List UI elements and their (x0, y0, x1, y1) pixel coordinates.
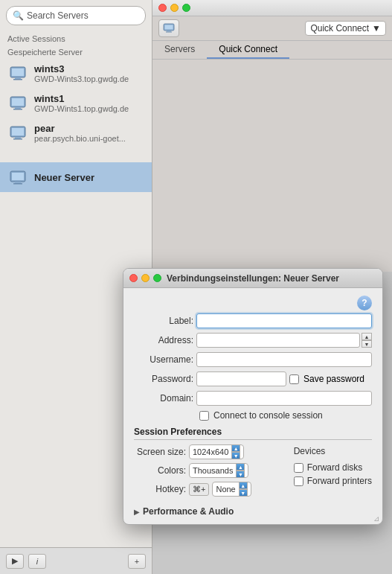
svg-rect-17 (165, 25, 173, 30)
server-item-wints3[interactable]: wints3 GWD-Wints3.top.gwdg.de (0, 58, 152, 88)
hotkey-stepper-down[interactable]: ▼ (239, 489, 248, 497)
address-stepper-up[interactable]: ▲ (362, 333, 372, 340)
svg-rect-2 (15, 77, 21, 79)
screen-size-row: Screen size: 1024x640 ▲ ▼ (134, 444, 288, 459)
toolbar-area: Quick Connect ▼ (152, 16, 392, 41)
save-password-checkbox[interactable] (289, 374, 299, 384)
play-button[interactable]: ▶ (6, 554, 24, 569)
screen-size-stepper[interactable]: ▲ ▼ (231, 444, 240, 459)
save-password-text: Save password (303, 374, 364, 384)
screen-size-stepper-down[interactable]: ▼ (231, 452, 240, 459)
console-session-row: Connect to console session (199, 410, 372, 421)
svg-rect-10 (15, 137, 21, 138)
console-session-checkbox[interactable] (199, 411, 209, 421)
username-field-label: Username: (134, 354, 193, 365)
connection-settings-dialog: Verbindungseinstellungen: Neuer Server ?… (123, 268, 383, 525)
address-stepper[interactable]: ▲ ▼ (362, 333, 372, 348)
domain-input[interactable] (196, 391, 372, 406)
hotkey-group: ⌘+ None ▲ ▼ (189, 482, 251, 497)
dialog-resize-handle[interactable]: ⊿ (373, 514, 379, 523)
screen-size-stepper-up[interactable]: ▲ (231, 444, 240, 452)
server-info-wints3: wints3 GWD-Wints3.top.gwdg.de (34, 63, 129, 83)
maximize-traffic-light[interactable] (182, 4, 190, 12)
forward-disks-row: Forward disks (294, 462, 372, 473)
dialog-minimize-button[interactable] (141, 274, 150, 282)
saved-servers-label: Gespeicherte Server (0, 45, 152, 58)
username-input[interactable] (196, 352, 372, 367)
main-traffic-lights (158, 4, 190, 12)
colors-value: Thousands (193, 466, 233, 475)
username-row: Username: (134, 352, 372, 367)
forward-disks-label: Forward disks (307, 462, 363, 473)
password-field-label: Password: (134, 374, 193, 384)
address-stepper-down[interactable]: ▼ (362, 340, 372, 348)
server-icon-wints1 (7, 92, 28, 113)
main-area: Quick Connect ▼ Servers Quick Connect (152, 0, 392, 272)
tab-quick-connect[interactable]: Quick Connect (207, 41, 289, 59)
colors-stepper-down[interactable]: ▼ (236, 471, 245, 478)
hotkey-dropdown[interactable]: None ▲ ▼ (212, 482, 251, 497)
forward-printers-row: Forward printers (294, 476, 372, 486)
server-name-pear: pear (34, 123, 126, 134)
screen-size-label: Screen size: (134, 447, 186, 457)
hotkey-stepper[interactable]: ▲ ▼ (239, 482, 248, 497)
quick-connect-dropdown[interactable]: Quick Connect ▼ (305, 21, 386, 36)
colors-dropdown[interactable]: Thousands ▲ ▼ (189, 463, 248, 478)
server-name-neuer: Neuer Server (34, 172, 94, 183)
prefs-row: Screen size: 1024x640 ▲ ▼ Colors: Thousa… (134, 444, 372, 500)
devices-title: Devices (294, 446, 372, 456)
server-name-wints3: wints3 (34, 63, 129, 74)
password-input[interactable] (196, 371, 286, 386)
toolbar-servers-icon[interactable] (158, 19, 179, 37)
server-name-wints1: wints1 (34, 93, 129, 104)
hotkey-none-value: None (216, 485, 235, 494)
dialog-maximize-button[interactable] (153, 274, 161, 282)
quick-connect-label: Quick Connect (310, 23, 369, 34)
dropdown-arrow-icon: ▼ (372, 23, 381, 34)
colors-stepper[interactable]: ▲ ▼ (236, 463, 245, 478)
dialog-title: Verbindungseinstellungen: Neuer Server (167, 273, 339, 284)
colors-label: Colors: (134, 465, 186, 476)
svg-rect-6 (15, 107, 21, 109)
svg-rect-1 (12, 68, 24, 76)
server-info-wints1: wints1 GWD-Wints1.top.gwdg.de (34, 93, 129, 113)
screen-size-dropdown[interactable]: 1024x640 ▲ ▼ (189, 444, 244, 459)
label-field-label: Label: (134, 316, 193, 326)
save-password-label: Save password (289, 374, 372, 384)
hotkey-row: Hotkey: ⌘+ None ▲ ▼ (134, 482, 288, 497)
server-addr-pear: pear.psych.bio.uni-goet... (34, 134, 126, 143)
screen-size-value: 1024x640 (193, 447, 228, 456)
forward-disks-checkbox[interactable] (294, 463, 303, 473)
info-button[interactable]: i (28, 554, 46, 569)
tab-servers[interactable]: Servers (152, 41, 207, 59)
server-item-pear[interactable]: pear pear.psych.bio.uni-goet... (0, 118, 152, 147)
performance-expand-icon: ▶ (134, 508, 140, 516)
server-item-neuer[interactable]: Neuer Server (0, 162, 152, 192)
minimize-traffic-light[interactable] (170, 4, 179, 12)
help-button[interactable]: ? (357, 296, 372, 310)
svg-rect-7 (13, 109, 22, 110)
hotkey-cmd-text: ⌘+ (189, 483, 209, 496)
svg-rect-13 (12, 173, 24, 180)
label-input[interactable] (196, 313, 372, 328)
dialog-close-button[interactable] (129, 274, 138, 282)
svg-rect-9 (12, 128, 24, 135)
hotkey-stepper-up[interactable]: ▲ (239, 482, 248, 489)
colors-stepper-up[interactable]: ▲ (236, 463, 245, 471)
dialog-traffic-lights (129, 274, 161, 282)
performance-row[interactable]: ▶ Performance & Audio (134, 506, 372, 517)
dialog-titlebar: Verbindungseinstellungen: Neuer Server (123, 269, 382, 288)
add-server-button[interactable]: + (128, 554, 146, 569)
svg-rect-5 (12, 98, 24, 106)
server-item-wints1[interactable]: wints1 GWD-Wints1.top.gwdg.de (0, 88, 152, 118)
forward-printers-checkbox[interactable] (294, 476, 303, 486)
search-bar[interactable]: 🔍 Search Servers (6, 6, 146, 25)
server-addr-wints1: GWD-Wints1.top.gwdg.de (34, 104, 129, 113)
performance-label: Performance & Audio (143, 506, 234, 517)
address-input[interactable] (196, 333, 360, 348)
search-icon: 🔍 (13, 10, 24, 21)
svg-rect-14 (15, 182, 21, 183)
server-icon-pear (7, 122, 28, 143)
forward-printers-label: Forward printers (307, 476, 372, 486)
close-traffic-light[interactable] (158, 4, 167, 12)
